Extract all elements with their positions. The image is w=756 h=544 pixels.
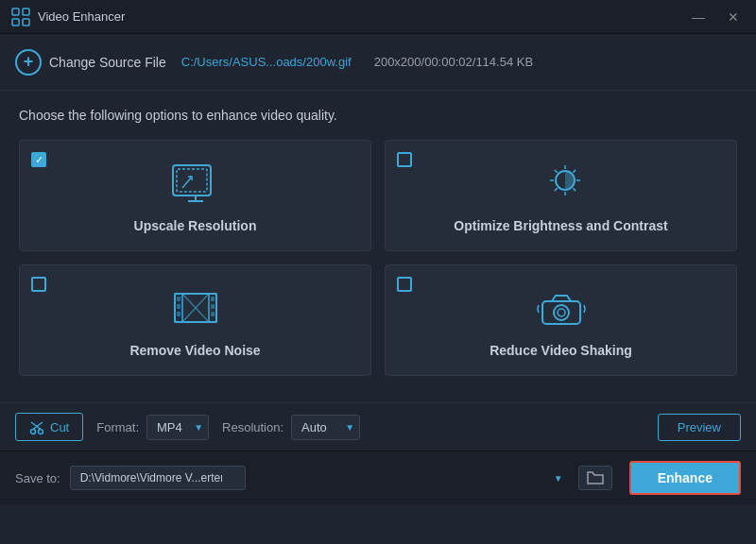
source-file-meta: 200x200/00:00:02/114.54 KB	[374, 55, 533, 69]
svg-rect-24	[177, 304, 180, 309]
svg-rect-28	[211, 312, 215, 316]
cut-button[interactable]: Cut	[15, 413, 83, 441]
svg-point-35	[39, 430, 43, 434]
format-select-wrapper[interactable]: MP4 AVI MOV	[146, 415, 209, 440]
title-bar: Video Enhancer — ✕	[0, 0, 756, 34]
format-label: Format:	[96, 420, 139, 434]
upscale-checkbox[interactable]	[31, 152, 46, 167]
source-file-path: C:/Users/ASUS...oads/200w.gif	[181, 55, 352, 69]
option-shaking[interactable]: Reduce Video Shaking	[385, 264, 737, 376]
svg-line-18	[573, 170, 576, 173]
brightness-icon	[531, 160, 592, 207]
svg-point-33	[558, 309, 565, 316]
brightness-checkbox[interactable]	[397, 152, 412, 167]
bottom-toolbar: Cut Format: MP4 AVI MOV Resolution: Auto…	[0, 402, 756, 450]
resolution-group: Resolution: Auto 720p 1080p	[222, 415, 360, 440]
svg-line-19	[554, 188, 557, 191]
main-content: Choose the following options to enhance …	[0, 91, 756, 402]
cut-label: Cut	[50, 420, 69, 434]
option-upscale[interactable]: Upscale Resolution	[19, 140, 371, 251]
save-label: Save to:	[15, 471, 60, 485]
noise-icon	[165, 284, 226, 332]
options-grid: Upscale Resolution	[19, 140, 737, 376]
svg-line-9	[182, 177, 192, 188]
svg-line-36	[33, 422, 43, 430]
upscale-label: Upscale Resolution	[134, 218, 257, 233]
scissors-icon	[29, 419, 44, 434]
preview-button[interactable]: Preview	[658, 414, 741, 441]
option-noise[interactable]: Remove Video Noise	[19, 264, 371, 376]
plus-circle-icon: +	[15, 49, 42, 76]
svg-rect-23	[177, 297, 180, 301]
svg-line-37	[31, 422, 41, 430]
noise-checkbox[interactable]	[31, 277, 46, 292]
enhance-button[interactable]: Enhance	[629, 461, 741, 495]
svg-point-34	[31, 430, 36, 434]
shaking-checkbox[interactable]	[397, 277, 412, 292]
noise-label: Remove Video Noise	[129, 343, 260, 358]
format-select[interactable]: MP4 AVI MOV	[146, 415, 209, 440]
save-path-input[interactable]	[70, 466, 246, 490]
svg-line-17	[573, 188, 576, 191]
svg-rect-2	[12, 19, 19, 26]
svg-rect-26	[211, 297, 215, 301]
save-bar: Save to: Enhance	[0, 450, 756, 504]
brightness-label: Optimize Brightness and Contrast	[454, 218, 667, 233]
close-button[interactable]: ✕	[722, 8, 745, 26]
folder-icon	[587, 471, 604, 484]
title-bar-controls: — ✕	[686, 8, 745, 26]
svg-point-32	[554, 305, 569, 320]
svg-rect-1	[23, 8, 29, 15]
svg-line-16	[554, 170, 557, 173]
resolution-label: Resolution:	[222, 420, 284, 434]
app-title: Video Enhancer	[38, 9, 125, 24]
svg-rect-25	[177, 312, 180, 316]
shaking-label: Reduce Video Shaking	[490, 343, 632, 358]
change-source-button[interactable]: + Change Source File	[15, 49, 166, 76]
resolution-select[interactable]: Auto 720p 1080p	[291, 415, 360, 440]
title-bar-left: Video Enhancer	[11, 8, 125, 26]
resolution-select-wrapper[interactable]: Auto 720p 1080p	[291, 415, 360, 440]
svg-rect-27	[211, 304, 215, 309]
shaking-icon	[531, 284, 592, 332]
save-path-wrapper[interactable]	[70, 466, 569, 490]
svg-rect-3	[23, 19, 29, 26]
minimize-button[interactable]: —	[686, 8, 711, 26]
option-brightness[interactable]: Optimize Brightness and Contrast	[385, 140, 737, 251]
change-source-label: Change Source File	[49, 55, 166, 70]
format-group: Format: MP4 AVI MOV	[96, 415, 209, 440]
svg-rect-0	[12, 8, 19, 15]
subtitle: Choose the following options to enhance …	[19, 108, 737, 123]
open-folder-button[interactable]	[578, 466, 612, 490]
app-icon	[11, 8, 30, 26]
upscale-icon	[165, 160, 226, 207]
source-bar: + Change Source File C:/Users/ASUS...oad…	[0, 34, 756, 91]
